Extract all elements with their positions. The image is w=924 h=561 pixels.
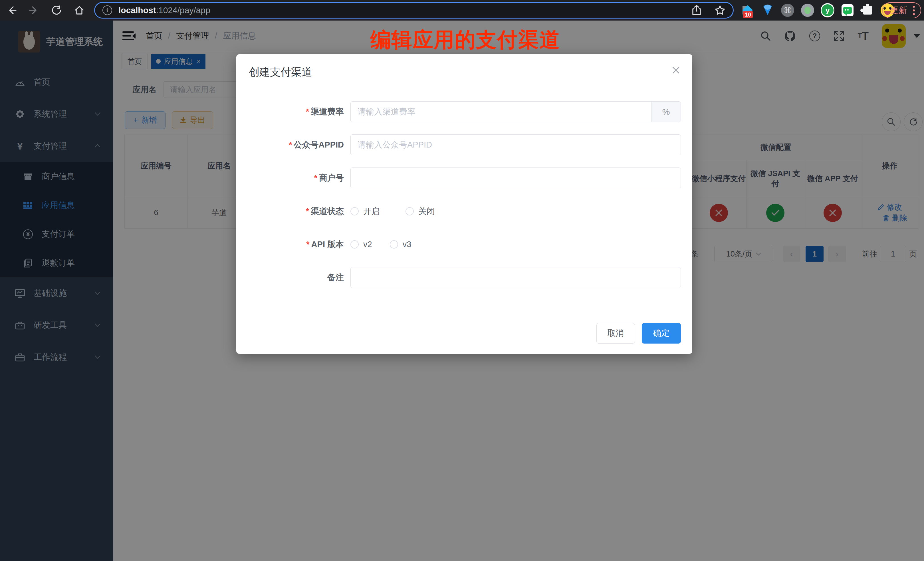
radio-icon — [390, 240, 398, 249]
bookmark-star-icon[interactable] — [714, 5, 725, 16]
screen: i localhost:1024/pay/app 10 ⌘ y 更新 芋道 — [0, 0, 924, 561]
appid-field-row: *公众号APPID — [236, 134, 692, 155]
appid-label: *公众号APPID — [236, 134, 344, 155]
url-host: localhost — [118, 5, 156, 15]
extension-badge: 10 — [743, 11, 753, 18]
reload-button[interactable] — [49, 3, 64, 18]
merchant-field-row: *商户号 — [236, 168, 692, 188]
status-label: *渠道状态 — [236, 201, 344, 222]
extensions-puzzle-icon[interactable] — [861, 3, 874, 17]
url-path: :1024/pay/app — [156, 5, 210, 15]
confirm-button[interactable]: 确定 — [642, 323, 681, 344]
rate-input[interactable] — [351, 102, 651, 122]
browser-menu-icon[interactable] — [913, 6, 915, 15]
extension-balloon-icon[interactable] — [761, 3, 774, 17]
close-dialog-button[interactable] — [669, 64, 682, 76]
merchant-label: *商户号 — [236, 168, 344, 188]
api-label: *API 版本 — [236, 234, 344, 255]
radio-icon — [350, 240, 359, 249]
site-info-icon[interactable]: i — [102, 5, 112, 15]
radio-status-close[interactable]: 关闭 — [405, 206, 435, 217]
radio-api-v2[interactable]: v2 — [350, 240, 372, 249]
update-label: 更新 — [890, 4, 907, 16]
back-button[interactable] — [4, 3, 20, 18]
extension-icons: 10 ⌘ y — [741, 0, 894, 21]
extension-chat-icon[interactable] — [841, 3, 854, 17]
radio-status-open[interactable]: 开启 — [350, 206, 380, 217]
percent-suffix: % — [651, 102, 681, 122]
merchant-input[interactable] — [351, 168, 681, 188]
api-field-row: *API 版本 v2 v3 — [236, 234, 692, 255]
forward-icon — [28, 5, 39, 15]
status-field-row: *渠道状态 开启 关闭 — [236, 201, 692, 222]
reload-icon — [51, 5, 62, 16]
dialog-title: 创建支付渠道 — [249, 65, 312, 80]
close-icon — [672, 66, 680, 75]
browser-toolbar: i localhost:1024/pay/app 10 ⌘ y 更新 — [0, 0, 924, 21]
radio-icon — [405, 207, 414, 216]
url-text: localhost:1024/pay/app — [118, 5, 210, 15]
remark-label: 备注 — [236, 267, 344, 288]
cancel-button[interactable]: 取消 — [596, 323, 635, 344]
url-bar[interactable]: i localhost:1024/pay/app — [94, 2, 734, 18]
extension-y-icon[interactable]: y — [821, 3, 834, 17]
extension-sidebar-icon[interactable]: 10 — [741, 3, 754, 17]
forward-button[interactable] — [26, 3, 41, 18]
home-button[interactable] — [72, 3, 87, 18]
remark-field-row: 备注 — [236, 267, 692, 288]
create-channel-dialog: 创建支付渠道 *渠道费率 % *公众号APPID *商户号 *渠道状态 开启 — [236, 54, 692, 354]
extension-command-icon[interactable]: ⌘ — [781, 3, 795, 17]
share-icon[interactable] — [692, 5, 701, 16]
extension-recorder-icon[interactable] — [801, 3, 814, 17]
rate-label: *渠道费率 — [236, 101, 344, 122]
appid-input[interactable] — [351, 135, 681, 155]
radio-icon — [350, 207, 359, 216]
radio-api-v3[interactable]: v3 — [390, 240, 411, 249]
browser-update-button[interactable]: 更新 — [882, 2, 921, 18]
remark-input[interactable] — [351, 267, 681, 288]
annotation-text: 编辑应用的支付渠道 — [370, 26, 561, 54]
back-icon — [7, 5, 17, 15]
rate-field-row: *渠道费率 % — [236, 101, 692, 122]
home-icon — [74, 5, 85, 16]
